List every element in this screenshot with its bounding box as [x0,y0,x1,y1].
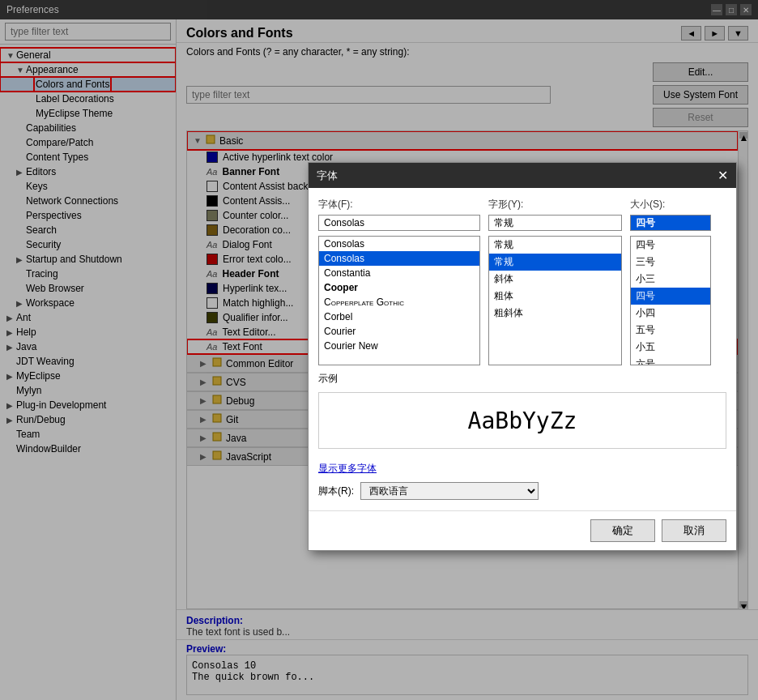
size-item-4[interactable]: 四号 [631,237,710,254]
size-item-3[interactable]: 三号 [631,254,710,271]
font-size-input[interactable] [630,215,711,231]
style-item-bold[interactable]: 粗体 [489,288,621,305]
size-col-label: 大小(S): [630,198,711,211]
font-input-row [318,215,726,231]
dialog-close-button[interactable]: ✕ [718,168,728,183]
font-list-item-cooper[interactable]: Cooper [319,280,479,295]
size-item-4-2[interactable]: 四号 [631,288,710,305]
font-col-label: 字体(F): [318,198,480,211]
font-dialog: 字体 ✕ 字体(F): 字形(Y): 大小(S): Consolas Cons [308,162,737,551]
font-list-item-courier[interactable]: Courier [319,324,479,339]
sample-area: AaBbYyZz [318,392,726,449]
dialog-title: 字体 [317,169,338,183]
size-item-s4[interactable]: 小四 [631,305,710,322]
font-list-item-consolas1[interactable]: Consolas [319,237,479,251]
font-style-list[interactable]: 常规 常规 斜体 粗体 粗斜体 [488,236,622,365]
font-name-input[interactable] [318,215,480,231]
size-item-5[interactable]: 五号 [631,322,710,339]
style-item-regular1[interactable]: 常规 [489,237,621,254]
font-list-item-consolas2[interactable]: Consolas [319,251,479,266]
font-list-item-corbel[interactable]: Corbel [319,309,479,324]
size-item-s5[interactable]: 小五 [631,339,710,356]
dialog-cancel-button[interactable]: 取消 [662,519,726,542]
dialog-title-bar: 字体 ✕ [309,163,736,188]
dialog-confirm-button[interactable]: 确定 [590,519,655,542]
dialog-lists-row: Consolas Consolas Constantia Cooper Copp… [318,236,726,365]
size-item-s3[interactable]: 小三 [631,271,710,288]
more-fonts-link[interactable]: 显示更多字体 [318,462,377,476]
font-style-input[interactable] [488,215,622,231]
size-item-6[interactable]: 六号 [631,356,710,365]
style-col-label: 字形(Y): [488,198,622,211]
sample-section: 示例 AaBbYyZz [318,372,726,449]
style-item-italic[interactable]: 斜体 [489,271,621,288]
sample-text: AaBbYyZz [468,408,577,434]
script-select[interactable]: 西欧语言 [360,482,539,500]
sample-label: 示例 [318,372,726,386]
dialog-footer: 确定 取消 [309,510,736,550]
font-list-item-courier-new[interactable]: Courier New [319,339,479,353]
style-item-regular2[interactable]: 常规 [489,254,621,271]
dialog-column-labels: 字体(F): 字形(Y): 大小(S): [318,198,726,211]
style-item-bold-italic[interactable]: 粗斜体 [489,305,621,322]
font-size-list[interactable]: 四号 三号 小三 四号 小四 五号 小五 六号 [630,236,711,365]
dialog-body: 字体(F): 字形(Y): 大小(S): Consolas Consolas C… [309,188,736,510]
script-label: 脚本(R): [318,484,354,498]
font-name-list[interactable]: Consolas Consolas Constantia Cooper Copp… [318,236,480,365]
dialog-overlay: 字体 ✕ 字体(F): 字形(Y): 大小(S): Consolas Cons [0,0,758,700]
script-row: 脚本(R): 西欧语言 [318,482,726,500]
font-list-item-constantia[interactable]: Constantia [319,266,479,280]
font-list-item-copperplate[interactable]: Copperplate Gothic [319,295,479,309]
